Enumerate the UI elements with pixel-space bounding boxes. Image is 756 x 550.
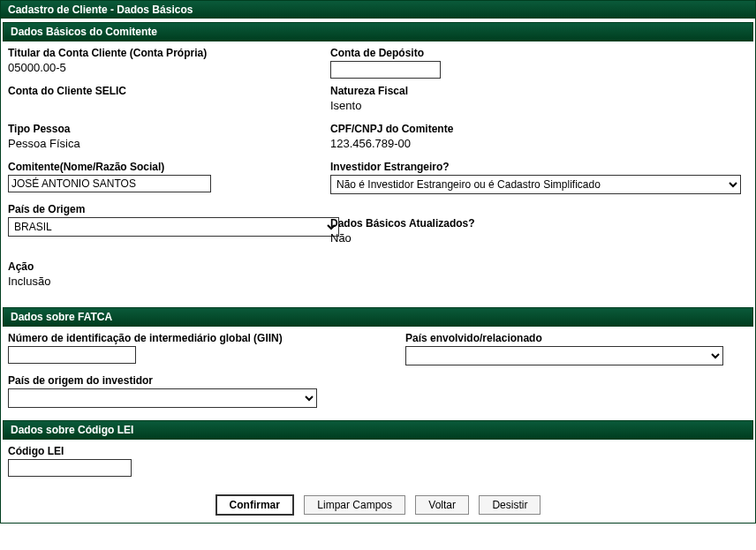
investidor-label: Investidor Estrangeiro?	[330, 161, 748, 173]
page-title-bar: Cadastro de Cliente - Dados Básicos	[1, 1, 755, 19]
section-basicos-header: Dados Básicos do Comitente	[3, 22, 753, 41]
comitente-label: Comitente(Nome/Razão Social)	[8, 161, 321, 173]
conta-deposito-input[interactable]	[330, 61, 441, 79]
cpf-value: 123.456.789-00	[330, 137, 748, 150]
tipo-pessoa-label: Tipo Pessoa	[8, 123, 321, 135]
section-basicos-content: Titular da Conta Cliente (Conta Própria)…	[1, 41, 755, 304]
dados-atualizados-label: Dados Básicos Atualizados?	[330, 217, 748, 230]
pais-origem-inv-select[interactable]	[8, 388, 317, 408]
titular-label: Titular da Conta Cliente (Conta Própria)	[8, 47, 321, 59]
pais-env-label: País envolvido/relacionado	[405, 332, 748, 344]
desistir-button[interactable]: Desistir	[479, 495, 541, 515]
comitente-input[interactable]	[8, 175, 211, 192]
natureza-fiscal-value: Isento	[330, 99, 748, 112]
page-title: Cadastro de Cliente - Dados Básicos	[8, 4, 193, 16]
pais-origem-select[interactable]: BRASIL	[8, 217, 339, 237]
section-basicos-title: Dados Básicos do Comitente	[11, 26, 157, 38]
pais-origem-inv-label: País de origem do investidor	[8, 374, 317, 387]
giin-label: Número de identificação de intermediário…	[8, 332, 405, 344]
section-fatca-content: Número de identificação de intermediário…	[1, 327, 755, 417]
cpf-label: CPF/CNPJ do Comitente	[330, 123, 748, 135]
conta-selic-label: Conta do Cliente SELIC	[8, 85, 321, 97]
acao-value: Inclusão	[8, 275, 321, 288]
codigo-lei-label: Código LEI	[8, 445, 132, 457]
button-bar: Confirmar Limpar Campos Voltar Desistir	[1, 486, 755, 523]
acao-label: Ação	[8, 260, 321, 273]
main-panel: Cadastro de Cliente - Dados Básicos Dado…	[0, 0, 756, 524]
investidor-select[interactable]: Não é Investidor Estrangeiro ou é Cadast…	[330, 175, 741, 194]
conta-deposito-label: Conta de Depósito	[330, 47, 748, 59]
section-lei-title: Dados sobre Código LEI	[11, 424, 133, 436]
section-fatca-header: Dados sobre FATCA	[3, 307, 753, 327]
section-lei-header: Dados sobre Código LEI	[3, 420, 753, 440]
pais-origem-label: País de Origem	[8, 203, 321, 215]
codigo-lei-input[interactable]	[8, 459, 132, 477]
limpar-button[interactable]: Limpar Campos	[304, 495, 405, 515]
voltar-button[interactable]: Voltar	[415, 495, 469, 515]
section-lei-content: Código LEI	[1, 440, 755, 486]
section-fatca-title: Dados sobre FATCA	[11, 311, 112, 323]
conta-selic-value	[8, 99, 321, 112]
titular-value: 05000.00-5	[8, 61, 321, 74]
giin-input[interactable]	[8, 346, 136, 364]
dados-atualizados-value: Não	[330, 231, 748, 245]
pais-env-select[interactable]	[405, 346, 723, 365]
tipo-pessoa-value: Pessoa Física	[8, 137, 321, 150]
natureza-fiscal-label: Natureza Fiscal	[330, 85, 748, 97]
confirmar-button[interactable]: Confirmar	[215, 494, 294, 516]
